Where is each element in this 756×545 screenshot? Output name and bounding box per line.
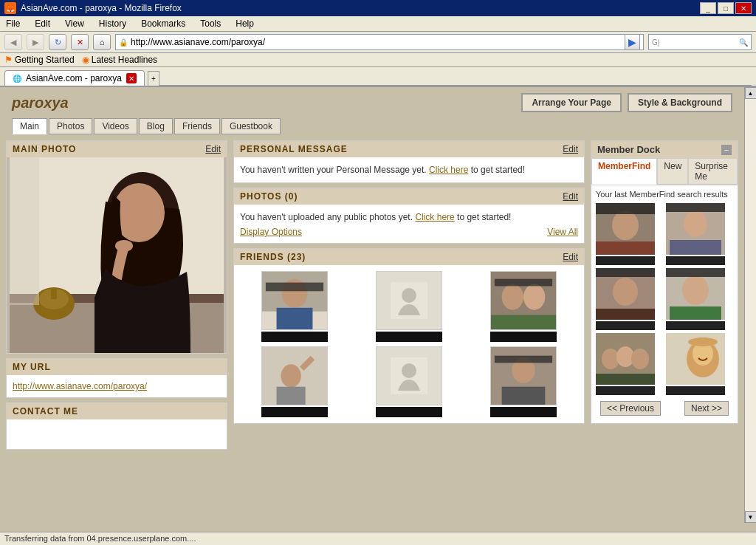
- scroll-down-btn[interactable]: ▼: [745, 511, 757, 523]
- pm-edit[interactable]: Edit: [563, 144, 578, 154]
- friend-photo-6[interactable]: [490, 346, 557, 405]
- dock-photo-3-svg: [596, 268, 655, 320]
- close-btn[interactable]: ✕: [735, 2, 752, 14]
- photos-click-here-link[interactable]: Click here: [415, 212, 454, 222]
- friends-grid: [240, 271, 578, 417]
- window-title: AsianAve.com - paroxya - Mozilla Firefox: [21, 3, 182, 13]
- menu-view[interactable]: View: [62, 18, 87, 30]
- url-input[interactable]: [131, 37, 623, 47]
- tab-close-btn[interactable]: ✕: [126, 73, 137, 83]
- svg-rect-10: [10, 157, 39, 305]
- svg-rect-58: [698, 337, 707, 343]
- friends-edit[interactable]: Edit: [563, 252, 578, 262]
- minimize-btn[interactable]: _: [700, 2, 716, 14]
- right-column: Member Dock – MemberFind New Surprise Me…: [591, 140, 738, 450]
- back-btn[interactable]: ◀: [4, 34, 22, 50]
- home-btn[interactable]: ⌂: [93, 34, 111, 50]
- style-background-btn[interactable]: Style & Background: [628, 93, 732, 112]
- nav-tab-blog[interactable]: Blog: [139, 118, 173, 134]
- svg-point-20: [523, 284, 545, 310]
- svg-rect-44: [596, 268, 655, 277]
- dock-tab-new[interactable]: New: [657, 158, 688, 185]
- dock-tab-surprise[interactable]: Surprise Me: [688, 158, 738, 185]
- search-bar: G| 🔍: [648, 34, 752, 50]
- view-all-link[interactable]: View All: [547, 227, 578, 237]
- title-bar: 🦊 AsianAve.com - paroxya - Mozilla Firef…: [0, 0, 756, 16]
- svg-point-38: [684, 210, 707, 237]
- pm-click-here-link[interactable]: Click here: [429, 165, 468, 175]
- forward-btn[interactable]: ▶: [27, 34, 44, 50]
- contact-me-card: CONTACT ME: [6, 402, 227, 450]
- dock-member-photo-6[interactable]: [666, 333, 725, 385]
- svg-point-17: [402, 288, 416, 303]
- dock-member-photo-3[interactable]: [596, 268, 655, 320]
- photos-options-row: Display Options View All: [240, 227, 578, 237]
- dock-header: Member Dock –: [591, 141, 738, 158]
- friend-placeholder-2-svg: [391, 357, 427, 394]
- svg-rect-32: [495, 356, 552, 363]
- bookmark-getting-started[interactable]: ⚑ Getting Started: [4, 55, 75, 65]
- main-photo-title: MAIN PHOTO: [13, 144, 76, 154]
- menu-history[interactable]: History: [96, 18, 129, 30]
- scroll-track[interactable]: [745, 99, 756, 511]
- personal-message-card: PERSONAL MESSAGE Edit You haven't writte…: [233, 140, 585, 183]
- dock-member-photo-5[interactable]: [596, 333, 655, 385]
- friend-name-6: [490, 407, 557, 417]
- main-photo-header: MAIN PHOTO Edit: [7, 141, 227, 157]
- display-options-link[interactable]: Display Options: [240, 227, 302, 237]
- list-item: [666, 333, 733, 395]
- dock-member-photo-2[interactable]: [666, 203, 725, 255]
- nav-tab-guestbook[interactable]: Guestbook: [221, 118, 281, 134]
- dock-member-photo-1[interactable]: [596, 203, 655, 255]
- menu-edit[interactable]: Edit: [32, 18, 53, 30]
- dock-prev-btn[interactable]: << Previous: [600, 401, 661, 416]
- nav-tab-photos[interactable]: Photos: [49, 118, 92, 134]
- menu-bar: File Edit View History Bookmarks Tools H…: [0, 16, 756, 32]
- friend-photo-5[interactable]: [376, 346, 442, 405]
- photos-text: You haven't uploaded any public photos y…: [240, 210, 578, 224]
- pm-body: You haven't written your Personal Messag…: [234, 157, 584, 182]
- friend-photo-2[interactable]: [376, 271, 442, 330]
- svg-rect-31: [501, 387, 545, 405]
- svg-rect-21: [491, 315, 556, 330]
- dock-member-photo-4[interactable]: [666, 268, 725, 320]
- menu-file[interactable]: File: [3, 18, 23, 30]
- my-url-link[interactable]: http://www.asianave.com/paroxya/: [13, 381, 147, 391]
- dock-photo-4-svg: [666, 268, 725, 320]
- nav-tab-main[interactable]: Main: [12, 118, 47, 134]
- scroll-up-btn[interactable]: ▲: [745, 87, 757, 99]
- photos-card: PHOTOS (0) Edit You haven't uploaded any…: [233, 188, 585, 244]
- my-url-title: MY URL: [13, 362, 51, 372]
- friend-photo-3[interactable]: [490, 271, 557, 330]
- dock-nav: << Previous Next >>: [596, 398, 733, 419]
- maximize-btn[interactable]: □: [718, 2, 734, 14]
- search-input[interactable]: [659, 37, 739, 47]
- svg-rect-40: [666, 203, 725, 212]
- nav-tab-videos[interactable]: Videos: [94, 118, 137, 134]
- browser-tab[interactable]: 🌐 AsianAve.com - paroxya ✕: [4, 70, 145, 86]
- menu-help[interactable]: Help: [233, 18, 257, 30]
- dock-minimize-btn[interactable]: –: [721, 145, 732, 155]
- friend-photo-1[interactable]: [261, 271, 328, 330]
- dock-next-btn[interactable]: Next >>: [684, 401, 729, 416]
- menu-tools[interactable]: Tools: [197, 18, 224, 30]
- nav-tab-friends[interactable]: Friends: [174, 118, 220, 134]
- browser-icon: 🦊: [4, 2, 16, 14]
- my-url-body: http://www.asianave.com/paroxya/: [7, 375, 227, 397]
- list-item: [240, 346, 350, 417]
- bookmark-latest-headlines[interactable]: ◉ Latest Headlines: [82, 55, 157, 65]
- friend-photo-4[interactable]: [261, 346, 328, 405]
- photos-edit[interactable]: Edit: [563, 191, 578, 202]
- refresh-btn[interactable]: ↻: [49, 34, 66, 50]
- arrange-page-btn[interactable]: Arrange Your Page: [521, 93, 622, 112]
- dock-title: Member Dock: [597, 144, 660, 155]
- new-tab-btn[interactable]: +: [148, 71, 159, 86]
- go-btn[interactable]: ▶: [625, 34, 640, 50]
- main-photo-edit[interactable]: Edit: [205, 144, 221, 154]
- dock-tab-memberfind[interactable]: MemberFind: [591, 158, 657, 185]
- security-icon: 🔒: [119, 38, 128, 47]
- menu-bookmarks[interactable]: Bookmarks: [138, 18, 188, 30]
- contact-me-body: [7, 419, 227, 449]
- search-submit-icon[interactable]: 🔍: [739, 38, 748, 47]
- stop-btn[interactable]: ✕: [71, 34, 89, 50]
